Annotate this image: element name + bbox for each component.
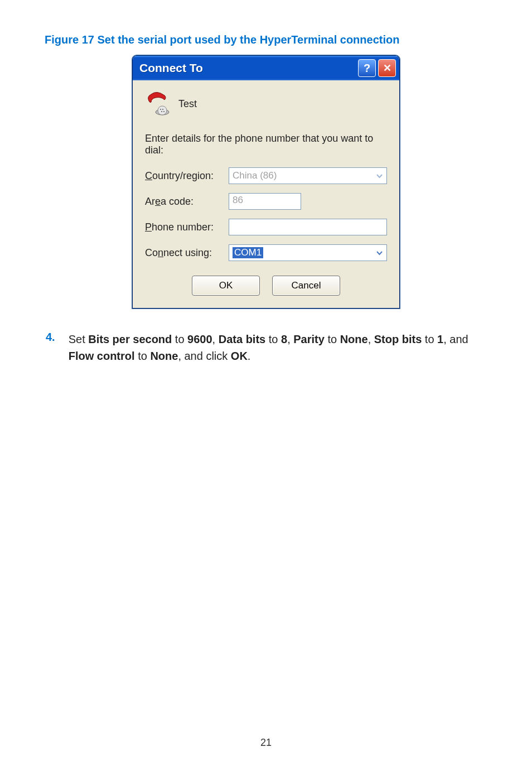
- area-code-row: Area code: 86: [145, 193, 387, 210]
- country-region-value: China (86): [233, 170, 277, 181]
- close-button[interactable]: ✕: [378, 59, 396, 77]
- connection-icon-row: Test: [145, 90, 387, 117]
- svg-point-3: [162, 109, 163, 110]
- cancel-button[interactable]: Cancel: [272, 276, 340, 296]
- help-button[interactable]: ?: [358, 59, 376, 77]
- country-region-label: Country/region:: [145, 170, 229, 182]
- step-number: 4.: [46, 331, 55, 364]
- chevron-down-icon: [376, 169, 383, 182]
- area-code-label: Area code:: [145, 196, 229, 208]
- phone-number-label: Phone number:: [145, 221, 229, 233]
- step-text: Set Bits per second to 9600, Data bits t…: [69, 331, 487, 364]
- connect-using-value: COM1: [233, 247, 263, 258]
- ok-button[interactable]: OK: [192, 276, 260, 296]
- svg-point-1: [158, 106, 167, 115]
- svg-point-4: [161, 111, 162, 112]
- dialog-title: Connect To: [139, 61, 203, 75]
- phone-icon: [145, 90, 172, 117]
- country-region-row: Country/region: China (86): [145, 167, 387, 184]
- phone-number-input[interactable]: [229, 219, 387, 235]
- svg-point-2: [160, 109, 161, 110]
- connect-to-dialog: Connect To ? ✕: [132, 55, 400, 309]
- page-number: 21: [0, 737, 532, 749]
- country-region-select[interactable]: China (86): [229, 167, 387, 184]
- dialog-button-row: OK Cancel: [145, 276, 387, 296]
- titlebar-buttons: ? ✕: [358, 59, 396, 77]
- connection-name-label: Test: [178, 98, 197, 110]
- dialog-body: Test Enter details for the phone number …: [133, 80, 399, 308]
- instruction-step-4: 4. Set Bits per second to 9600, Data bit…: [45, 331, 487, 364]
- dialog-instruction: Enter details for the phone number that …: [145, 133, 387, 156]
- connect-using-label: Connect using:: [145, 247, 229, 259]
- dialog-titlebar: Connect To ? ✕: [133, 56, 399, 80]
- area-code-input[interactable]: 86: [229, 193, 301, 210]
- figure-caption: Figure 17 Set the serial port used by th…: [45, 33, 487, 46]
- connect-using-row: Connect using: COM1: [145, 244, 387, 261]
- chevron-down-icon: [376, 246, 383, 259]
- connect-using-select[interactable]: COM1: [229, 244, 387, 261]
- svg-point-5: [163, 111, 165, 112]
- phone-number-row: Phone number:: [145, 219, 387, 235]
